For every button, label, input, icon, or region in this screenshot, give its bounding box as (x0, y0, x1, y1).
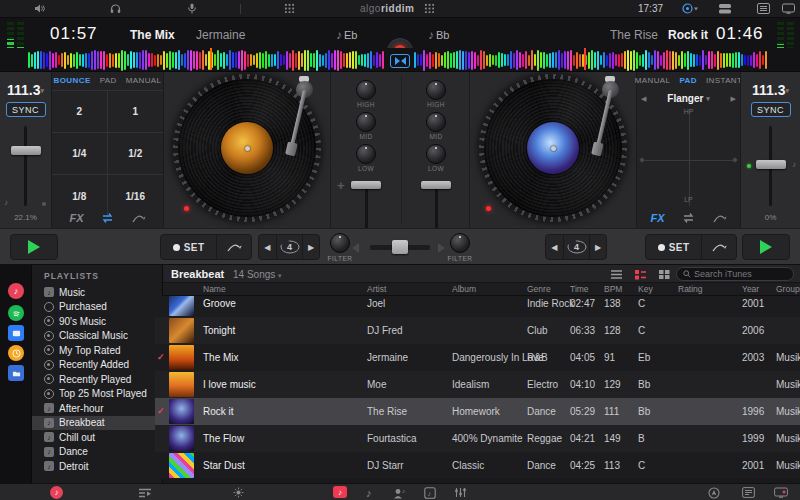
loop-double-button-left[interactable]: ▶ (302, 235, 319, 259)
albums-tab-icon[interactable]: ♪ (424, 487, 436, 499)
sidebar-item-classical-music[interactable]: Classical Music (32, 329, 162, 344)
cue-jump-button-right[interactable] (701, 235, 736, 259)
record-session-icon[interactable] (682, 3, 698, 14)
column-header-name[interactable]: Name (203, 284, 226, 294)
filter-knob-left[interactable] (330, 233, 350, 253)
brightness-icon[interactable] (233, 487, 244, 498)
tab-bounce[interactable]: BOUNCE (54, 76, 91, 85)
eq-knob-mid[interactable] (426, 112, 446, 132)
loop-double-button-right[interactable]: ▶ (589, 235, 606, 259)
tab-manual[interactable]: MANUAL (635, 76, 671, 85)
music-note-icon[interactable]: ♪ (366, 487, 372, 499)
effect-next-icon[interactable]: ▶ (731, 95, 736, 103)
bpm-display-right[interactable]: 111.3▾ (741, 82, 800, 98)
eq-knob-low[interactable] (426, 144, 446, 164)
loop-pad-2[interactable]: 2 (52, 91, 108, 133)
column-header-artist[interactable]: Artist (367, 284, 386, 294)
tempo-handle-right[interactable] (756, 160, 786, 169)
list-view-icon[interactable] (610, 269, 624, 280)
tonearm-left[interactable] (296, 76, 326, 166)
column-header-album[interactable]: Album (452, 284, 476, 294)
music-library-source-icon[interactable]: ♪ (50, 486, 63, 499)
video-source-icon[interactable] (8, 325, 24, 341)
loop-pad-1-2[interactable]: 1/2 (108, 133, 164, 175)
crossfader-assign-right-icon[interactable] (438, 243, 445, 253)
effect-prev-icon[interactable]: ◀ (641, 95, 646, 103)
grid-view-icon[interactable] (658, 269, 672, 280)
sidebar-item-after-hour[interactable]: ♪After-hour (32, 401, 162, 416)
loop-pad-1-4[interactable]: 1/4 (52, 133, 108, 175)
grid-icon[interactable] (284, 3, 294, 13)
column-header-rating[interactable]: Rating (678, 284, 703, 294)
waveform-left[interactable] (28, 49, 386, 71)
eq-knob-high[interactable] (426, 80, 446, 100)
loop-halve-button-left[interactable]: ◀ (259, 235, 276, 259)
sidebar-item-chill-out[interactable]: ♪Chill out (32, 430, 162, 445)
effect-name[interactable]: Flanger ▾ (667, 93, 709, 104)
library-view-icon[interactable] (757, 3, 770, 14)
sidebar-item-my-top-rated[interactable]: My Top Rated (32, 343, 162, 358)
cue-jump-button-left[interactable] (216, 235, 251, 259)
table-row-the-mix[interactable]: ✓The MixJermaineDangerously In LoveR&B04… (155, 344, 800, 371)
play-button-right[interactable] (742, 234, 790, 260)
loop-halve-button-right[interactable]: ◀ (546, 235, 563, 259)
bpm-display-left[interactable]: 111.3▾ (0, 82, 51, 98)
column-header-key[interactable]: Key (638, 284, 653, 294)
display-icon[interactable] (782, 3, 795, 14)
display-output-icon[interactable] (774, 487, 788, 498)
channel-fader-handle[interactable] (421, 181, 451, 189)
search-input[interactable] (694, 269, 784, 279)
sidebar-item-recently-played[interactable]: Recently Played (32, 372, 162, 387)
sync-button-left[interactable]: SYNC (6, 102, 46, 117)
loop-mode-icon[interactable] (100, 212, 115, 224)
detail-view-icon[interactable] (634, 269, 648, 280)
column-header-genre[interactable]: Genre (527, 284, 551, 294)
sidebar-item-recently-added[interactable]: Recently Added (32, 358, 162, 373)
songs-tab-icon[interactable]: ♪ (333, 486, 347, 498)
waveform-right[interactable] (414, 49, 770, 71)
itunes-source-icon[interactable]: ♪ (8, 283, 24, 299)
sync-button-right[interactable]: SYNC (751, 102, 791, 117)
spotify-source-icon[interactable] (8, 305, 24, 321)
loop-mode-icon[interactable] (681, 212, 696, 224)
tonearm-right[interactable] (602, 76, 632, 166)
table-row-i-love-music[interactable]: I love musicMoeIdealismElectro04:10129Bb… (155, 371, 800, 398)
loop-pad-1[interactable]: 1 (108, 91, 164, 133)
crossfader-handle[interactable] (392, 240, 408, 254)
sidebar-item-top-25-most-played[interactable]: Top 25 Most Played (32, 387, 162, 402)
eq-knob-mid[interactable] (356, 112, 376, 132)
fx-toggle-right[interactable]: FX (650, 212, 664, 224)
eq-knob-low[interactable] (356, 144, 376, 164)
speaker-icon[interactable] (34, 3, 45, 14)
column-header-year[interactable]: Year (742, 284, 759, 294)
tab-pad[interactable]: PAD (100, 76, 117, 85)
song-count[interactable]: 14 Songs ▾ (233, 269, 282, 280)
table-row-the-flow[interactable]: The FlowFourtastica400% DynamiteReggae04… (155, 425, 800, 452)
automix-icon[interactable] (708, 487, 720, 499)
channel-fader[interactable] (365, 181, 368, 231)
column-header-time[interactable]: Time (570, 284, 589, 294)
headphones-icon[interactable] (110, 3, 121, 14)
files-source-icon[interactable] (8, 365, 24, 381)
cue-set-button-left[interactable]: SET (161, 235, 216, 259)
tab-pad[interactable]: PAD (679, 76, 697, 85)
loop-length-right[interactable]: 4 (563, 235, 590, 259)
table-row-tonight[interactable]: TonightDJ FredClub06:33128C2006 (155, 317, 800, 344)
sidebar-item-detroit[interactable]: ♪Detroit (32, 459, 162, 474)
sidebar-item-90-s-music[interactable]: 90's Music (32, 314, 162, 329)
queue-icon[interactable] (138, 488, 152, 498)
fx-toggle-left[interactable]: FX (69, 212, 83, 224)
play-button-left[interactable] (10, 234, 58, 260)
column-header-grouping[interactable]: Grouping (776, 284, 800, 294)
playlist-panel-icon[interactable] (742, 487, 755, 498)
channel-fader[interactable] (435, 181, 438, 231)
decks-view-icon[interactable] (718, 3, 732, 14)
channel-fader-handle[interactable] (351, 181, 381, 189)
table-row-star-dust[interactable]: Star DustDJ StarrClassicDance04:25113C20… (155, 452, 800, 479)
sidebar-item-breakbeat[interactable]: ♪Breakbeat (32, 416, 162, 431)
eq-knob-high[interactable] (356, 80, 376, 100)
artists-tab-icon[interactable]: ♪ (393, 488, 406, 499)
genres-tab-icon[interactable] (454, 487, 467, 498)
tempo-handle-left[interactable] (11, 146, 41, 155)
tempo-slider-left[interactable] (24, 126, 27, 206)
